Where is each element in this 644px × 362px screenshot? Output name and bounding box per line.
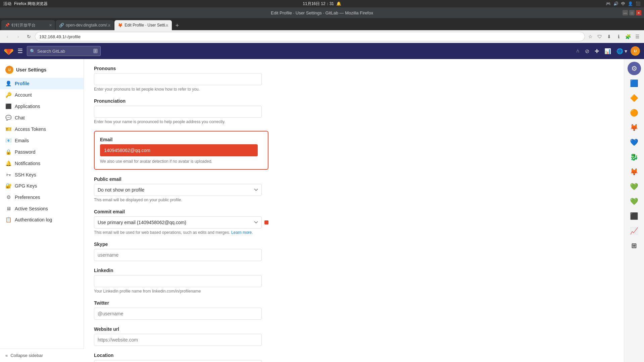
auth-log-icon: 📋 <box>5 217 11 223</box>
sidebar-item-access-tokens[interactable]: 🎫 Access Tokens <box>0 123 84 135</box>
gitlab-logo-icon <box>4 46 13 56</box>
sidebar-label-applications: Applications <box>15 104 40 109</box>
commit-email-select[interactable]: Use primary email (1409458062@qq.com) <box>94 216 262 228</box>
shield-icon: 🛡 <box>596 33 604 41</box>
maximize-button[interactable]: □ <box>629 10 635 15</box>
activity-icon[interactable]: 📊 <box>602 46 613 56</box>
website-group: Website url <box>94 326 614 346</box>
skype-input[interactable] <box>94 249 262 261</box>
right-panel-settings-icon[interactable]: ⚙ <box>628 62 641 75</box>
address-input[interactable] <box>35 32 585 41</box>
tab-close-2[interactable]: ✕ <box>106 22 112 28</box>
tab-2[interactable]: 🔗 open-dev.dingtalk.com/... ✕ <box>56 20 114 30</box>
public-email-select[interactable]: Do not show on profile <box>94 184 262 196</box>
pronunciation-input[interactable] <box>94 106 262 118</box>
skype-label: Skype <box>94 242 614 247</box>
sidebar-item-auth-log[interactable]: 📋 Authentication log <box>0 214 84 225</box>
tab-label-1: 钉钉开放平台 <box>11 22 52 28</box>
os-activities[interactable]: 活动 <box>3 1 11 7</box>
info-icon[interactable]: ℹ <box>614 33 623 41</box>
collapse-sidebar-button[interactable]: « Collapse sidebar <box>0 349 84 362</box>
right-panel-icon-8[interactable]: 💚 <box>628 180 641 193</box>
user-avatar-header[interactable]: U <box>631 46 640 56</box>
search-shortcut: / <box>93 49 98 53</box>
twitter-label: Twitter <box>94 300 614 306</box>
download-icon[interactable]: ⬇ <box>605 33 613 41</box>
applications-icon: ⬛ <box>5 103 11 109</box>
right-panel-icon-2[interactable]: 🔶 <box>628 91 641 105</box>
merge-request-icon[interactable]: ⑃ <box>574 46 582 56</box>
learn-more-link[interactable]: Learn more. <box>231 230 253 235</box>
extension-icon[interactable]: 🧩 <box>624 33 632 41</box>
sidebar-item-applications[interactable]: ⬛ Applications <box>0 101 84 112</box>
sidebar-item-preferences[interactable]: ⚙ Preferences <box>0 192 84 203</box>
sidebar-item-profile[interactable]: 👤 Profile <box>0 78 84 89</box>
back-button[interactable]: ‹ <box>3 32 12 41</box>
new-icon[interactable]: ✚ <box>593 46 601 56</box>
sidebar-item-account[interactable]: 🔑 Account <box>0 89 84 101</box>
gitlab-app-bar: ☰ 🔍 Search GitLab / ⑃ ⊘ ✚ 📊 🌐 ▾ U <box>0 43 644 59</box>
linkedin-group: Linkedin Your LinkedIn profile name from… <box>94 268 614 294</box>
pronouns-input[interactable] <box>94 73 262 85</box>
right-panel-icon-5[interactable]: 💙 <box>628 136 641 149</box>
sidebar-item-emails[interactable]: 📧 Emails <box>0 135 84 146</box>
collapse-label: Collapse sidebar <box>10 353 43 358</box>
location-input[interactable] <box>94 360 262 362</box>
sidebar-item-password[interactable]: 🔒 Password <box>0 146 84 158</box>
search-icon: 🔍 <box>30 49 35 54</box>
tab-favicon-2: 🔗 <box>59 23 64 28</box>
reload-button[interactable]: ↻ <box>24 32 34 41</box>
sidebar-label-chat: Chat <box>15 115 25 120</box>
preferences-icon: ⚙ <box>5 194 11 200</box>
right-panel-icon-3[interactable]: 🟠 <box>628 106 641 119</box>
website-label: Website url <box>94 326 614 332</box>
sidebar-item-notifications[interactable]: 🔔 Notifications <box>0 158 84 169</box>
close-button[interactable]: ✕ <box>636 10 641 15</box>
sidebar-label-notifications: Notifications <box>15 161 40 166</box>
tab-favicon-3: 🦊 <box>118 23 122 28</box>
minimize-button[interactable]: — <box>623 10 628 15</box>
right-panel-icon-1[interactable]: 🟦 <box>628 76 641 90</box>
public-email-hint: This email will be displayed on your pub… <box>94 198 614 202</box>
issues-icon[interactable]: ⊘ <box>583 46 591 56</box>
sidebar: U User Settings 👤 Profile 🔑 Account ⬛ Ap… <box>0 59 84 362</box>
os-browser-name: Firefox 网络浏览器 <box>14 1 48 7</box>
globe-icon[interactable]: 🌐 ▾ <box>614 46 629 56</box>
sidebar-item-active-sessions[interactable]: 🖥 Active Sessions <box>0 203 84 214</box>
sidebar-title: User Settings <box>16 67 46 72</box>
tab-close-1[interactable]: ✕ <box>48 22 53 28</box>
new-tab-button[interactable]: + <box>172 21 182 30</box>
email-input[interactable] <box>100 144 258 156</box>
linkedin-input[interactable] <box>94 275 262 287</box>
tab-close-3[interactable]: ✕ <box>164 22 170 28</box>
right-panel-icon-9[interactable]: 💚 <box>628 195 641 208</box>
window-controls[interactable]: — □ ✕ <box>623 10 641 15</box>
sidebar-label-emails: Emails <box>15 138 29 143</box>
right-panel-grid-icon[interactable]: ⊞ <box>628 239 641 252</box>
sidebar-item-chat[interactable]: 💬 Chat <box>0 112 84 123</box>
right-panel: ⚙ 🟦 🔶 🟠 🦊 💙 🐉 🦊 💚 💚 ⬛ 📈 ⊞ <box>624 59 644 362</box>
right-panel-icon-4[interactable]: 🦊 <box>628 121 641 134</box>
tab-1[interactable]: 📌 钉钉开放平台 ✕ <box>1 20 55 30</box>
sidebar-avatar: U <box>5 66 13 74</box>
email-section-box: Email We also use email for avatar detec… <box>94 131 268 170</box>
right-panel-icon-6[interactable]: 🐉 <box>628 150 641 164</box>
sidebar-item-ssh-keys[interactable]: 🗝 SSH Keys <box>0 169 84 180</box>
public-email-label: Public email <box>94 176 614 182</box>
twitter-input[interactable] <box>94 308 262 320</box>
menu-icon[interactable]: ☰ <box>633 33 641 41</box>
search-bar[interactable]: 🔍 Search GitLab / <box>27 46 101 56</box>
forward-button[interactable]: › <box>13 32 23 41</box>
right-panel-terminal-icon[interactable]: ⬛ <box>628 209 641 223</box>
sidebar-label-account: Account <box>15 92 32 98</box>
content-area: Pronouns Enter your pronouns to let peop… <box>84 59 624 362</box>
bookmark-icon[interactable]: ☆ <box>586 33 594 41</box>
website-input[interactable] <box>94 334 262 346</box>
sidebar-item-gpg-keys[interactable]: 🔐 GPG Keys <box>0 180 84 192</box>
hamburger-menu-icon[interactable]: ☰ <box>16 46 24 56</box>
address-icons: ☆ 🛡 ⬇ ℹ 🧩 ☰ <box>586 33 641 41</box>
pronouns-hint: Enter your pronouns to let people know h… <box>94 87 614 92</box>
right-panel-icon-7[interactable]: 🦊 <box>628 165 641 178</box>
right-panel-graph-icon[interactable]: 📈 <box>628 224 641 238</box>
tab-3[interactable]: 🦊 Edit Profile · User Setti... ✕ <box>114 20 172 30</box>
